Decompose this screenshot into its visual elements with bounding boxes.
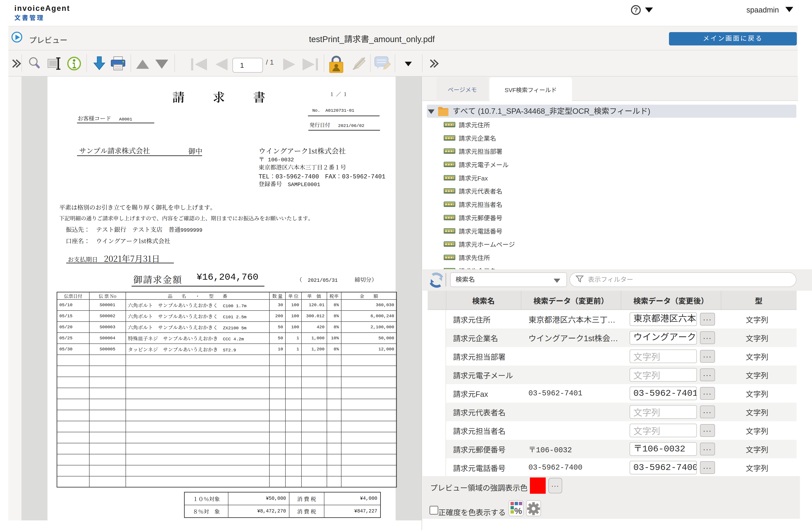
svg-text:%: % <box>514 506 522 516</box>
svg-text:?: ? <box>634 6 638 14</box>
